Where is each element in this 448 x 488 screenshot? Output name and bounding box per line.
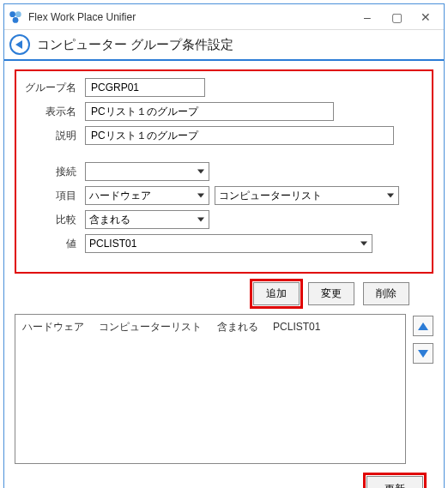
- list-cell: 含まれる: [217, 321, 258, 333]
- svg-point-0: [9, 11, 15, 17]
- maximize-button[interactable]: ▢: [382, 5, 411, 29]
- app-icon: [8, 9, 23, 25]
- item-category-select[interactable]: ハードウェア: [85, 186, 209, 205]
- label-display-name: 表示名: [25, 105, 85, 119]
- value-select[interactable]: PCLIST01: [85, 234, 372, 253]
- label-value: 値: [25, 237, 85, 251]
- display-name-input[interactable]: [85, 102, 334, 121]
- move-down-button[interactable]: [413, 343, 433, 364]
- label-description: 説明: [25, 129, 85, 143]
- app-window: Flex Work Place Unifier – ▢ ✕ コンピューター グル…: [3, 3, 445, 488]
- list-cell: PCLIST01: [273, 321, 320, 333]
- minimize-button[interactable]: –: [353, 5, 382, 29]
- subheader: コンピューター グループ条件設定: [4, 30, 444, 61]
- svg-point-2: [13, 17, 19, 23]
- close-button[interactable]: ✕: [411, 5, 440, 29]
- item-field-select[interactable]: コンピューターリスト: [215, 186, 399, 205]
- update-button[interactable]: 更新: [366, 476, 423, 488]
- reorder-controls: [413, 316, 433, 464]
- label-compare: 比較: [25, 213, 85, 227]
- back-button[interactable]: [9, 34, 30, 55]
- delete-button[interactable]: 削除: [363, 282, 409, 305]
- window-title: Flex Work Place Unifier: [28, 11, 353, 23]
- arrow-down-icon: [418, 350, 428, 358]
- list-cell: ハードウェア: [22, 321, 84, 333]
- arrow-up-icon: [418, 322, 428, 330]
- group-name-input[interactable]: [85, 78, 205, 97]
- add-button[interactable]: 追加: [253, 282, 300, 305]
- list-item[interactable]: ハードウェア コンピューターリスト 含まれる PCLIST01: [22, 320, 398, 334]
- window-controls: – ▢ ✕: [353, 5, 440, 29]
- compare-select[interactable]: 含まれる: [85, 210, 209, 229]
- label-item: 項目: [25, 189, 85, 203]
- content-area: グループ名 表示名 説明 接続 項目 ハードウェア コンピューターリスト: [4, 61, 444, 488]
- conditions-listbox[interactable]: ハードウェア コンピューターリスト 含まれる PCLIST01: [15, 314, 406, 464]
- svg-point-1: [15, 11, 21, 17]
- condition-buttons: 追加 変更 削除: [15, 282, 409, 305]
- list-cell: コンピューターリスト: [99, 321, 202, 333]
- footer-buttons: 更新: [15, 476, 423, 488]
- description-input[interactable]: [85, 126, 394, 145]
- condition-form: グループ名 表示名 説明 接続 項目 ハードウェア コンピューターリスト: [15, 69, 433, 274]
- move-up-button[interactable]: [413, 316, 433, 336]
- change-button[interactable]: 変更: [308, 282, 354, 305]
- label-group-name: グループ名: [25, 81, 85, 95]
- conditions-list-area: ハードウェア コンピューターリスト 含まれる PCLIST01: [15, 314, 433, 464]
- connection-select[interactable]: [85, 162, 209, 181]
- titlebar: Flex Work Place Unifier – ▢ ✕: [4, 4, 444, 30]
- page-title: コンピューター グループ条件設定: [37, 37, 233, 53]
- label-connection: 接続: [25, 165, 85, 179]
- back-arrow-icon: [15, 40, 22, 49]
